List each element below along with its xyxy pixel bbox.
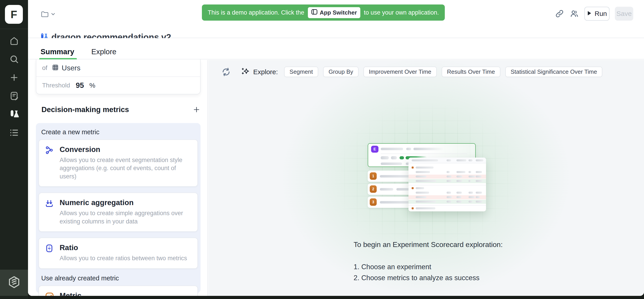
placeholder-bar-green: [400, 156, 404, 159]
topbar: dragon recommendations v2 This is a demo…: [28, 0, 644, 38]
metric-card-description: Allows you to create simple aggregations…: [60, 209, 190, 226]
metric-card-numeric-aggregation[interactable]: Numeric aggregation Allows you to create…: [38, 192, 198, 232]
search-icon[interactable]: [9, 54, 20, 64]
tab-explore[interactable]: Explore: [91, 38, 116, 60]
chip-segment[interactable]: Segment: [284, 66, 318, 77]
metric-dot: [412, 166, 414, 168]
group-label-existing: Use already created metric: [41, 274, 195, 282]
negative-row: [408, 174, 486, 179]
of-value: Users: [62, 64, 80, 72]
table-header: [408, 158, 486, 164]
tab-summary[interactable]: Summary: [40, 38, 74, 60]
metric-card-conversion[interactable]: Conversion Allows you to create event se…: [38, 140, 198, 187]
threshold-value[interactable]: 95: [76, 81, 84, 90]
metric-card-title: Conversion: [60, 145, 192, 154]
step-badge: 2: [370, 185, 377, 193]
project-folder-button[interactable]: [41, 11, 55, 18]
app-switcher-button[interactable]: App Switcher: [308, 7, 360, 18]
refresh-icon[interactable]: [221, 67, 231, 77]
step-badge: 1: [370, 172, 377, 180]
sidebar: F: [0, 0, 28, 299]
placeholder-bar: [381, 162, 402, 165]
metric-dot: [412, 207, 414, 209]
hexagon-logo-icon: [8, 276, 20, 290]
scorecard-table: [408, 158, 486, 211]
step-badge: 3: [370, 198, 377, 206]
of-label: of: [42, 64, 47, 72]
empty-state-text: To begin an Experiment Scorecard explora…: [354, 240, 528, 283]
banner-text-before: This is a demo application. Click the: [208, 9, 304, 16]
threshold-unit: %: [90, 82, 96, 89]
placeholder-divider: [381, 154, 467, 154]
metric-icon: [45, 292, 54, 296]
group-label-create: Create a new metric: [41, 128, 195, 136]
metrics-section-title: Decision-making metrics: [42, 105, 129, 114]
metric-card-ratio[interactable]: Ratio Allows you to create ratios betwee…: [38, 238, 198, 268]
explore-panel: Explore: Segment Group By Improvement Ov…: [208, 60, 644, 296]
positive-row: [408, 200, 486, 204]
demo-banner: This is a demo application. Click the Ap…: [202, 4, 445, 20]
population-card: of Users Threshold 95 %: [36, 60, 200, 94]
scorecard-illustration: E 1 2: [366, 143, 486, 213]
save-button[interactable]: Save: [615, 7, 633, 20]
metric-card-title: Ratio: [60, 244, 192, 252]
placeholder-bar: [406, 148, 411, 150]
app-switcher-label: App Switcher: [320, 9, 357, 16]
metric-card-title: Numeric aggregation: [60, 198, 192, 207]
positive-row: [408, 179, 486, 183]
explore-label: Explore:: [253, 68, 278, 76]
run-label: Run: [594, 10, 607, 18]
content-panel: dragon recommendations v2 This is a demo…: [28, 0, 644, 296]
banner-text-after: to use your own application.: [364, 9, 439, 16]
config-panel: of Users Threshold 95 % Decision-making …: [28, 60, 208, 296]
sidebar-divider: [0, 29, 28, 29]
empty-state-step: 2. Choose metrics to analyze as success: [354, 272, 528, 283]
chip-results-over-time[interactable]: Results Over Time: [442, 66, 500, 77]
app-switcher-icon: [311, 9, 318, 16]
placeholder-bar: [381, 156, 389, 159]
metric-card-description: Allows you to create event segmentation …: [60, 156, 190, 180]
tabs-bar: Summary Explore: [28, 38, 644, 60]
app-logo[interactable]: F: [5, 5, 23, 24]
threshold-label: Threshold: [42, 82, 76, 89]
add-metric-icon[interactable]: [192, 105, 201, 114]
add-icon[interactable]: [9, 72, 20, 83]
share-link-icon[interactable]: [555, 9, 564, 18]
main-area: of Users Threshold 95 % Decision-making …: [28, 60, 644, 296]
placeholder-bar: [414, 148, 444, 150]
topbar-actions: Run Save: [555, 6, 633, 21]
experiment-badge: E: [371, 146, 378, 153]
metric-type-picker: Create a new metric Conversion Allows yo…: [36, 123, 200, 293]
chip-group-by[interactable]: Group By: [323, 66, 358, 77]
sidebar-nav: [0, 36, 28, 138]
placeholder-bar: [381, 148, 403, 150]
metric-card-title: Metric: [60, 292, 192, 296]
empty-state-heading: To begin an Experiment Scorecard explora…: [354, 240, 528, 249]
workspace-logo-button[interactable]: [0, 270, 28, 296]
conversion-icon: [45, 146, 54, 156]
metric-card-description: Allows you to create ratios between two …: [60, 254, 190, 262]
explore-chips: Segment Group By Improvement Over Time R…: [284, 66, 602, 77]
numeric-aggregation-icon: [45, 199, 54, 209]
threshold-row[interactable]: Threshold 95 %: [36, 77, 200, 94]
home-icon[interactable]: [9, 36, 20, 46]
list-icon[interactable]: [9, 127, 20, 138]
chevron-down-icon: [51, 12, 55, 16]
play-icon: [587, 10, 592, 18]
placeholder-bar: [391, 156, 397, 159]
collaborators-icon[interactable]: [570, 9, 579, 18]
of-row[interactable]: of Users: [36, 60, 200, 76]
sparkle-icon: [241, 67, 250, 77]
chip-improvement-over-time[interactable]: Improvement Over Time: [364, 66, 437, 77]
ratio-icon: [45, 244, 54, 254]
notebook-icon[interactable]: [9, 90, 20, 101]
metric-card-metric[interactable]: Metric Pick from the catalog or use a bl…: [38, 286, 198, 296]
metric-dot: [412, 187, 414, 189]
chip-statistical-significance-over-time[interactable]: Statistical Significance Over Time: [505, 66, 602, 77]
run-button[interactable]: Run: [584, 7, 610, 20]
explore-bar: Explore: Segment Group By Improvement Ov…: [221, 66, 602, 77]
empty-state-step: 1. Choose an experiment: [354, 261, 528, 272]
experiments-icon[interactable]: [9, 109, 20, 120]
negative-row: [408, 195, 486, 199]
table-grid-icon: [52, 64, 59, 72]
